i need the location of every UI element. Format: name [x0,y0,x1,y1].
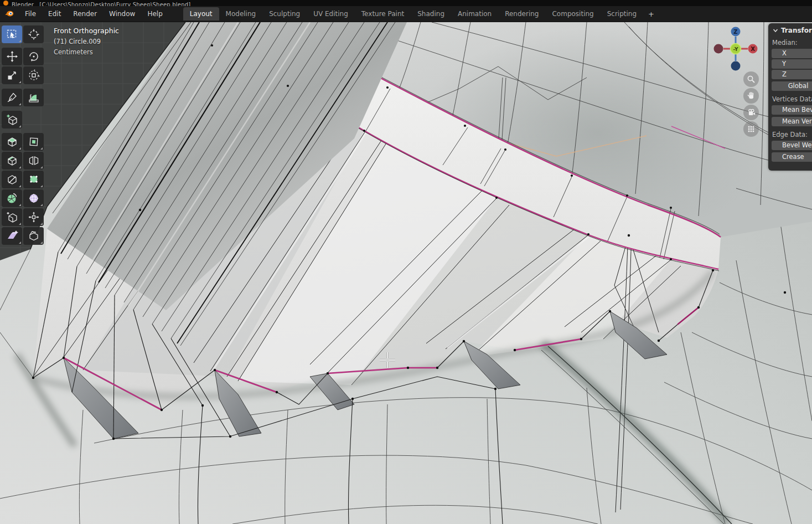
measure-icon [27,91,40,104]
menu-edit[interactable]: Edit [42,7,67,20]
tab-scripting[interactable]: Scripting [601,7,643,20]
svg-text:-Y: -Y [733,47,738,52]
tool-annotate[interactable] [2,89,22,106]
tool-shear[interactable] [2,227,22,245]
tool-move[interactable] [2,48,22,65]
tool-shrink-fatten[interactable] [23,208,44,226]
app-icon [3,1,8,6]
tool-spin[interactable] [2,189,22,207]
window-title: Blender [C:\Users\Shonzo\Desktop\Furry S… [12,2,190,6]
tab-rendering[interactable]: Rendering [498,7,545,20]
extrude-region-icon [6,135,19,148]
scale-icon [6,69,19,82]
tool-select-box[interactable] [2,25,22,43]
tool-smooth[interactable] [23,189,44,207]
move-view-button[interactable] [743,88,759,104]
rotate-icon [27,50,40,63]
tool-knife[interactable] [2,171,22,188]
mean-bevel-weight-field[interactable]: Mean Beve [772,105,812,115]
panel-header-transform[interactable]: Transform [768,23,812,34]
tool-bar [2,25,44,246]
tab-animation[interactable]: Animation [451,7,498,20]
median-x-field[interactable]: X [772,49,812,58]
add-workspace-button[interactable]: + [643,8,659,20]
tool-rip-region[interactable] [23,227,44,245]
viewport-overlay-text: Front Orthographic (71) Circle.009 Centi… [54,27,119,56]
view-name: Front Orthographic [54,27,119,35]
tool-add-cube[interactable] [2,111,22,129]
svg-text:X: X [751,46,755,52]
panel-title: Transform [781,27,812,34]
bevel-icon [6,154,19,167]
orientation-global-button[interactable]: Global [772,81,812,91]
mean-vertex-crease-field[interactable]: Mean Vert [772,117,812,126]
spin-icon [6,192,19,205]
orientation-gizmo[interactable]: Z X -Y [713,27,758,71]
cursor-icon [27,28,40,41]
gizmo-axis-neg-y[interactable]: -Y [731,44,741,54]
tool-extrude-region[interactable] [2,133,22,151]
menu-help[interactable]: Help [141,7,168,20]
move-icon [6,50,19,63]
title-bar: Blender [C:\Users\Shonzo\Desktop\Furry S… [0,0,812,6]
tab-shading[interactable]: Shading [411,7,451,20]
menu-bar: File Edit Render Window Help Layout Mode… [0,6,812,22]
camera-icon [746,107,756,117]
magnifier-icon [746,74,756,84]
viewport-3d[interactable]: Front Orthographic (71) Circle.009 Centi… [0,22,812,524]
tab-texture-paint[interactable]: Texture Paint [355,7,411,20]
tool-cursor[interactable] [23,25,44,43]
tool-inset-faces[interactable] [23,133,44,151]
sidebar-transform-panel: Transform Median: X Y Z Global Vertices … [768,23,812,171]
tab-compositing[interactable]: Compositing [545,7,600,20]
tab-modeling[interactable]: Modeling [219,7,263,20]
gizmo-axis-neg-z[interactable] [731,61,741,71]
rip-region-icon [27,229,40,243]
menu-file[interactable]: File [19,7,42,20]
menu-render[interactable]: Render [67,7,103,20]
shrink-fatten-icon [27,210,40,224]
poly-build-icon [27,173,40,186]
svg-text:Z: Z [733,29,737,35]
bevel-weight-field[interactable]: Bevel Weig [772,141,812,150]
crease-field[interactable]: Crease [772,152,812,162]
camera-view-button[interactable] [743,105,759,120]
tool-measure[interactable] [23,89,44,106]
blender-window: Blender [C:\Users\Shonzo\Desktop\Furry S… [0,0,812,524]
tool-scale[interactable] [2,66,22,84]
shear-icon [6,229,19,243]
tool-loop-cut[interactable] [23,152,44,169]
blender-logo-icon [4,9,14,19]
menu-window[interactable]: Window [103,7,141,20]
inset-faces-icon [27,135,40,148]
workspace-tabs: Layout Modeling Sculpting UV Editing Tex… [183,7,659,20]
tool-transform[interactable] [23,66,44,84]
median-z-field[interactable]: Z [772,70,812,79]
active-object: (71) Circle.009 [54,38,119,45]
hand-icon [746,91,756,101]
zoom-view-button[interactable] [743,71,759,87]
add-cube-icon [6,113,19,126]
edge-slide-icon [6,210,19,224]
viewport-mesh[interactable] [0,22,812,524]
tool-poly-build[interactable] [23,171,44,188]
gizmo-axis-x[interactable]: X [748,44,758,54]
scene-unit: Centimeters [54,48,119,56]
tab-sculpting[interactable]: Sculpting [262,7,307,20]
tool-edge-slide[interactable] [2,208,22,226]
tool-rotate[interactable] [23,48,44,65]
grid-ortho-button[interactable] [743,121,759,137]
transform-icon [27,69,40,82]
edge-data-label: Edge Data: [768,131,812,138]
select-box-icon [6,28,19,41]
tab-uv-editing[interactable]: UV Editing [307,7,355,20]
median-y-field[interactable]: Y [772,59,812,69]
tool-bevel[interactable] [2,152,22,169]
gizmo-axis-neg-x[interactable] [714,44,723,54]
vertices-data-label: Vertices Data [768,95,812,103]
knife-icon [6,173,19,186]
gizmo-axis-z[interactable]: Z [731,27,741,37]
tab-layout[interactable]: Layout [183,7,219,20]
loop-cut-icon [27,154,40,167]
chevron-down-icon [773,28,778,33]
